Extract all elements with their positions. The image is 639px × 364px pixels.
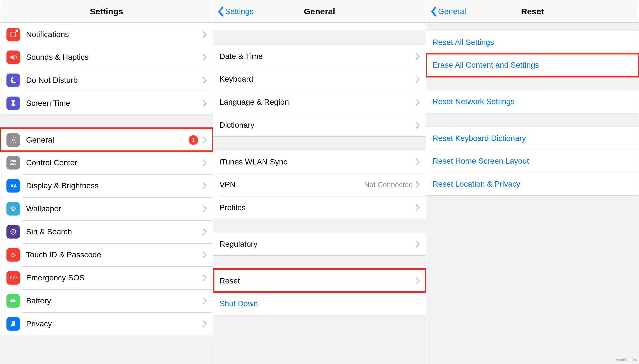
row-profiles[interactable]: Profiles	[213, 196, 426, 219]
row-vpn[interactable]: VPN Not Connected	[213, 173, 426, 196]
row-label: Reset Keyboard Dictionary	[432, 134, 633, 143]
row-screen-time[interactable]: Screen Time	[0, 92, 213, 115]
group-gap	[213, 219, 426, 233]
group-gap	[213, 137, 426, 150]
row-date-time[interactable]: Date & Time	[213, 45, 426, 68]
row-reset[interactable]: Reset	[213, 269, 426, 292]
row-label: Notifications	[26, 30, 202, 39]
chevron-right-icon	[202, 251, 207, 258]
navbar-title: Settings	[90, 7, 123, 16]
row-detail: Not Connected	[364, 180, 413, 189]
row-display-brightness[interactable]: AA Display & Brightness	[0, 174, 213, 197]
group-gap	[213, 31, 426, 45]
row-reset-location-privacy[interactable]: Reset Location & Privacy	[426, 173, 639, 196]
row-label: Reset Location & Privacy	[432, 180, 633, 189]
fingerprint-icon	[6, 248, 20, 262]
settings-list[interactable]: Notifications Sounds & Haptics Do Not Di…	[0, 23, 213, 364]
row-label: Keyboard	[219, 75, 415, 84]
back-label: General	[438, 7, 466, 16]
svg-rect-0	[11, 32, 16, 37]
row-truncated[interactable]	[213, 23, 426, 31]
battery-icon	[6, 294, 20, 308]
chevron-right-icon	[415, 99, 420, 106]
row-itunes-wlan-sync[interactable]: iTunes WLAN Sync	[213, 150, 426, 173]
row-battery[interactable]: Battery	[0, 289, 213, 312]
hand-icon	[6, 317, 20, 331]
row-label: Shut Down	[219, 299, 420, 308]
row-dictionary[interactable]: Dictionary	[213, 114, 426, 137]
chevron-right-icon	[415, 75, 420, 83]
row-label: Dictionary	[219, 121, 415, 130]
row-label: Sounds & Haptics	[26, 53, 202, 62]
row-do-not-disturb[interactable]: Do Not Disturb	[0, 69, 213, 92]
row-label: Language & Region	[219, 98, 415, 107]
svg-text:SOS: SOS	[10, 276, 17, 280]
row-label: Siri & Search	[26, 227, 202, 236]
row-erase-all-content[interactable]: Erase All Content and Settings	[426, 54, 639, 77]
navbar-title: General	[304, 7, 335, 16]
navbar-settings: Settings	[0, 0, 213, 23]
chevron-right-icon	[202, 100, 207, 107]
back-label: Settings	[225, 7, 253, 16]
row-label: iTunes WLAN Sync	[219, 157, 415, 166]
row-label: Privacy	[26, 319, 202, 328]
general-list[interactable]: Date & Time Keyboard Language & Region D…	[213, 23, 426, 364]
row-label: Control Center	[26, 158, 202, 167]
chevron-right-icon	[202, 136, 207, 144]
row-label: Date & Time	[219, 52, 415, 61]
row-label: Erase All Content and Settings	[432, 61, 633, 70]
svg-point-1	[12, 139, 14, 141]
row-regulatory[interactable]: Regulatory	[213, 233, 426, 256]
group-gap	[213, 256, 426, 269]
row-touchid-passcode[interactable]: Touch ID & Passcode	[0, 243, 213, 266]
back-button[interactable]: General	[431, 6, 466, 17]
chevron-right-icon	[415, 181, 420, 188]
row-reset-keyboard-dict[interactable]: Reset Keyboard Dictionary	[426, 127, 639, 150]
reset-list[interactable]: Reset All Settings Erase All Content and…	[426, 23, 639, 364]
gear-icon	[6, 133, 20, 147]
row-emergency-sos[interactable]: SOS Emergency SOS	[0, 266, 213, 289]
svg-text:AA: AA	[10, 183, 17, 188]
moon-icon	[6, 74, 20, 87]
row-label: Do Not Disturb	[26, 76, 202, 85]
row-language-region[interactable]: Language & Region	[213, 91, 426, 114]
row-label: VPN	[219, 180, 364, 189]
row-reset-home-layout[interactable]: Reset Home Screen Layout	[426, 150, 639, 173]
switches-icon	[6, 156, 20, 170]
sos-icon: SOS	[6, 271, 20, 285]
row-keyboard[interactable]: Keyboard	[213, 68, 426, 91]
svg-rect-12	[10, 299, 15, 302]
row-siri-search[interactable]: Siri & Search	[0, 220, 213, 243]
siri-icon	[6, 225, 20, 239]
chevron-right-icon	[415, 277, 420, 285]
group-gap	[426, 77, 639, 90]
row-general[interactable]: General 1	[0, 128, 213, 151]
chevron-right-icon	[202, 182, 207, 189]
chevron-right-icon	[202, 54, 207, 61]
row-notifications[interactable]: Notifications	[0, 23, 213, 46]
navbar-general: Settings General	[213, 0, 426, 23]
group-gap	[426, 23, 639, 31]
notifications-icon	[6, 28, 20, 41]
row-label: Regulatory	[219, 240, 415, 249]
wallpaper-icon	[6, 202, 20, 216]
row-wallpaper[interactable]: Wallpaper	[0, 197, 213, 220]
sounds-icon	[6, 51, 20, 64]
chevron-right-icon	[415, 204, 420, 211]
row-shut-down[interactable]: Shut Down	[213, 292, 426, 315]
chevron-left-icon	[218, 6, 224, 17]
back-button[interactable]: Settings	[218, 6, 253, 17]
row-reset-all-settings[interactable]: Reset All Settings	[426, 31, 639, 54]
panel-reset: General Reset Reset All Settings Erase A…	[426, 0, 639, 364]
group-gap	[426, 113, 639, 127]
row-reset-network[interactable]: Reset Network Settings	[426, 90, 639, 113]
svg-point-4	[11, 161, 13, 162]
row-control-center[interactable]: Control Center	[0, 151, 213, 174]
row-label: Profiles	[219, 203, 415, 212]
row-privacy[interactable]: Privacy	[0, 312, 213, 335]
chevron-right-icon	[415, 158, 420, 166]
svg-point-5	[14, 164, 15, 165]
row-sounds-haptics[interactable]: Sounds & Haptics	[0, 46, 213, 69]
chevron-right-icon	[202, 77, 207, 84]
row-label: Reset Network Settings	[432, 97, 633, 106]
